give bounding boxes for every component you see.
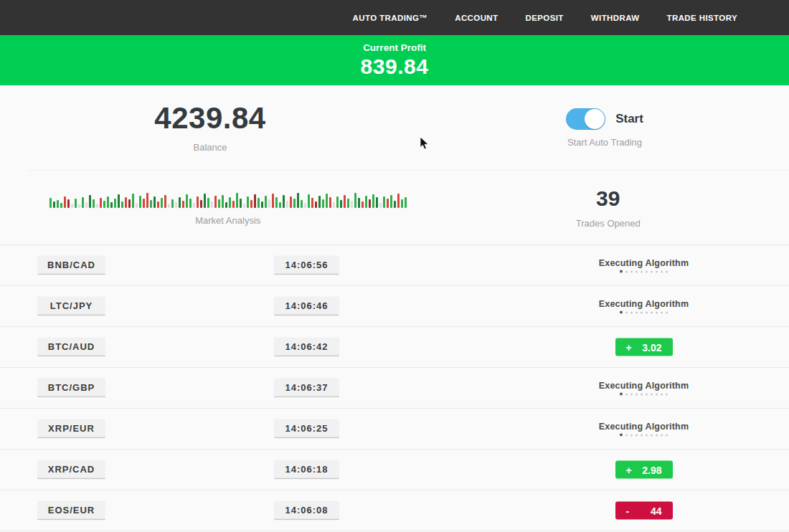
market-bar [136,203,138,208]
profit-badge: +2.98 [615,461,673,479]
market-bar [387,199,389,208]
market-bar [103,201,105,208]
market-bar [283,195,285,208]
market-bar [107,196,109,208]
status-cell: -44 [567,502,721,520]
executing-algorithm-label: Executing Algorithm [567,422,721,432]
trade-row: EOS/EUR14:06:08-44 [0,490,789,531]
market-bar [326,194,328,208]
nav-menu: AUTO TRADING™ACCOUNTDEPOSITWITHDRAWTRADE… [353,14,737,22]
market-bar [171,199,174,208]
pair-badge: BNB/CAD [37,256,105,275]
market-bar [82,197,84,208]
nav-item-trade-history[interactable]: TRADE HISTORY [667,14,738,22]
market-bar [71,204,73,208]
market-bar [157,201,159,208]
market-bar [64,196,66,208]
time-badge: 14:06:37 [274,379,339,398]
market-bar [322,199,324,208]
market-bar [397,194,400,208]
market-bar [96,204,98,208]
market-bar [401,199,403,208]
market-bar [333,202,335,208]
profit-badge: +3.02 [615,338,673,356]
market-bar [85,202,88,208]
nav-item-auto-trading[interactable]: AUTO TRADING™ [353,14,428,22]
market-bar [189,199,192,208]
time-badge: 14:06:25 [274,419,339,439]
trade-row: BTC/AUD14:06:42+3.02 [0,327,789,368]
executing-algorithm-label: Executing Algorithm [567,381,721,391]
top-nav: AUTO TRADING™ACCOUNTDEPOSITWITHDRAWTRADE… [0,0,789,35]
market-bar [376,197,378,208]
market-bar [78,204,80,208]
market-bar [204,194,206,208]
market-bar [49,198,52,208]
balance-block: 4239.84 Balance [0,85,420,170]
balance-value: 4239.84 [154,103,265,134]
toggle-state-label: Start [615,112,643,126]
trades-opened-label: Trades Opened [576,218,641,229]
market-bar [268,199,270,208]
market-bar [258,198,260,208]
market-bar [57,200,59,208]
market-bar [301,200,303,208]
market-bar [272,194,274,208]
market-section: Market Analysis 39 Trades Opened [29,170,789,244]
status-cell: +3.02 [567,338,721,356]
market-bar [164,195,166,208]
market-bar [175,202,177,208]
market-analysis-label: Market Analysis [195,215,260,226]
market-bar [390,195,392,208]
market-bar [182,201,184,208]
market-bar [311,198,313,208]
status-cell: Executing Algorithm [567,381,721,396]
current-profit-label: Current Profit [0,42,789,53]
status-cell: Executing Algorithm [567,299,721,314]
toggle-knob-icon [585,109,605,129]
balance-section: 4239.84 Balance Start Start Auto Trading [0,85,789,170]
market-bar [279,202,281,208]
market-bar [394,201,396,208]
market-bar [347,199,349,208]
market-bar [293,199,296,208]
auto-trading-toggle[interactable] [566,108,605,130]
market-bar [60,203,62,208]
trade-row: XRP/EUR14:06:25Executing Algorithm [0,409,789,450]
market-bar [143,199,145,208]
market-bar [150,200,152,208]
market-bar [161,198,163,208]
nav-item-account[interactable]: ACCOUNT [455,14,498,22]
pair-badge: EOS/EUR [37,501,105,521]
pair-badge: BTC/GBP [37,379,105,398]
time-badge: 14:06:18 [274,460,339,480]
nav-item-withdraw[interactable]: WITHDRAW [591,14,640,22]
current-profit-value: 839.84 [0,54,789,79]
market-bar [275,197,278,208]
market-bar [365,196,367,208]
time-badge: 14:06:08 [274,501,339,521]
market-bar [211,201,213,208]
market-bar [286,201,288,208]
market-bar [197,196,199,208]
market-bar [186,194,188,208]
trade-row: BNB/CAD14:06:56Executing Algorithm [0,245,789,286]
auto-trading-label: Start Auto Trading [567,137,642,148]
market-bar [358,198,360,208]
market-bar [318,196,321,208]
market-bar [125,197,127,208]
pair-badge: XRP/CAD [37,460,105,480]
trades-opened-block: 39 Trades Opened [427,171,789,244]
market-bar [118,194,120,208]
market-bar [304,203,306,208]
market-bar [240,199,242,208]
nav-item-deposit[interactable]: DEPOSIT [526,14,564,22]
pair-badge: BTC/AUD [37,338,105,357]
market-bar [75,199,77,208]
executing-algorithm-label: Executing Algorithm [567,299,721,309]
trades-table: BNB/CAD14:06:56Executing AlgorithmLTC/JP… [0,244,789,531]
balance-label: Balance [194,142,227,153]
market-bar [372,194,374,208]
time-badge: 14:06:56 [274,256,339,275]
market-bar [232,201,235,208]
